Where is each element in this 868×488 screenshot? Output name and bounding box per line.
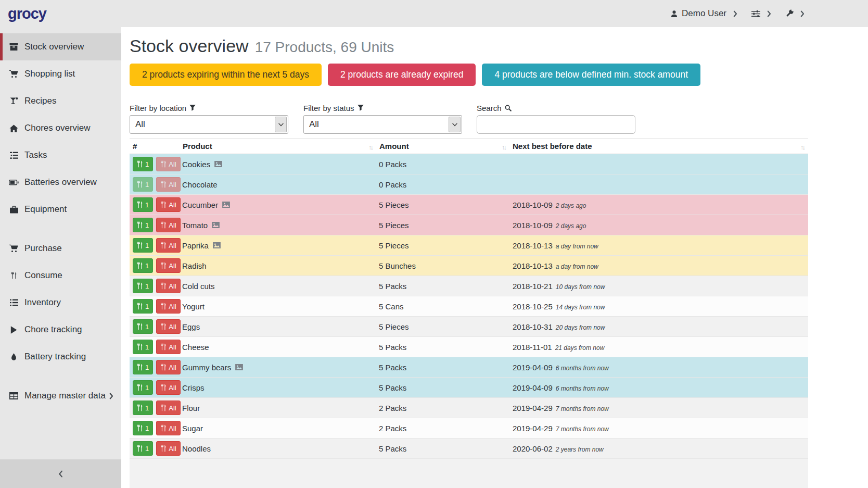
consume-all-button[interactable]: All [156,279,180,293]
sidebar-item-batteries-overview[interactable]: Batteries overview [0,169,121,196]
best-before-date: 2020-06-02 2 years from now [509,444,808,453]
best-before-relative: 2 days ago [556,202,586,209]
consume-one-button[interactable]: 1 [133,421,153,435]
sidebar: Stock overview Shopping list Recipes Cho… [0,27,121,488]
row-actions: 1 All [130,441,180,456]
sidebar-item-chore-tracking[interactable]: Chore tracking [0,316,121,343]
sidebar-item-chores-overview[interactable]: Chores overview [0,115,121,142]
best-before-relative: 7 months from now [556,405,609,412]
column-header-next-best-before-date[interactable]: Next best before date ↑↓ [509,142,808,151]
consume-all-button[interactable]: All [156,421,180,435]
alert-expiring-soon[interactable]: 2 products expiring within the next 5 da… [130,64,322,86]
table-row: 1 All Noodles 5 Packs 2020-06-02 2 years… [130,439,808,459]
best-before-date: 2019-04-29 7 months from now [509,424,808,433]
sort-icon: ↑↓ [368,142,372,151]
sidebar-item-label: Consume [24,270,62,281]
sidebar-collapse-button[interactable] [0,459,121,488]
consume-one-button[interactable]: 1 [133,380,153,395]
sidebar-item-label: Battery tracking [24,352,86,362]
product-image-icon[interactable] [222,202,230,208]
utensils-icon [160,201,167,208]
alert-text: 2 products expiring within the next 5 da… [142,69,309,80]
consume-one-button[interactable]: 1 [133,238,153,253]
product-image-icon[interactable] [235,364,243,370]
consume-all-button[interactable]: All [156,197,180,212]
consume-one-button[interactable]: 1 [133,258,153,273]
sidebar-item-battery-tracking[interactable]: Battery tracking [0,343,121,370]
sidebar-item-inventory[interactable]: Inventory [0,289,121,316]
alert-expired[interactable]: 2 products are already expired [328,64,476,86]
utensils-icon [137,181,143,188]
user-icon [670,10,678,18]
consume-all-button[interactable]: All [156,238,180,253]
consume-all-button[interactable]: All [156,299,180,314]
shopping-cart-icon [8,70,19,78]
sliders-icon [751,9,760,18]
consume-all-button[interactable]: All [156,177,180,192]
product-amount: 5 Bunches [376,261,509,270]
product-image-icon[interactable] [213,242,221,248]
consume-all-button[interactable]: All [156,441,180,456]
location-filter-select[interactable]: All [130,115,288,134]
chevron-right-icon [109,393,113,399]
chevron-right-icon[interactable] [767,10,771,17]
consume-one-button[interactable]: 1 [133,319,153,334]
consume-all-button[interactable]: All [156,360,180,374]
consume-all-button[interactable]: All [156,218,180,232]
page-title: Stock overview [130,34,249,57]
utensils-icon [160,181,167,188]
search-input[interactable] [477,115,635,134]
table-grid-icon [8,392,19,399]
product-image-icon[interactable] [214,161,222,167]
drop-icon [8,353,19,361]
product-image-icon[interactable] [212,222,220,228]
chevron-right-icon[interactable] [800,10,805,17]
sidebar-item-equipment[interactable]: Equipment [0,196,121,223]
consume-one-button[interactable]: 1 [133,401,153,415]
status-filter-select[interactable]: All [303,115,462,134]
consume-all-button[interactable]: All [156,319,180,334]
consume-one-button[interactable]: 1 [133,157,153,171]
consume-all-button[interactable]: All [156,157,180,171]
sidebar-item-recipes[interactable]: Recipes [0,87,121,115]
consume-one-button[interactable]: 1 [133,177,153,192]
chevron-right-icon[interactable] [733,10,737,17]
column-header-amount[interactable]: Amount ↑↓ [376,142,509,151]
sidebar-item-label: Tasks [24,150,47,160]
alert-below-min-stock[interactable]: 4 products are below defined min. stock … [482,64,700,86]
consume-one-button[interactable]: 1 [133,279,153,293]
row-actions: 1 All [130,197,180,212]
table-row: 1 All Yogurt 5 Cans 2018-10-25 14 days f… [130,296,808,317]
main-content: Stock overview 17 Products, 69 Units 2 p… [121,27,868,488]
table-bottom-filler [130,459,808,488]
consume-all-button[interactable]: All [156,258,180,273]
utensils-icon [137,364,143,371]
sidebar-item-label: Purchase [24,243,62,254]
consume-one-button[interactable]: 1 [133,197,153,212]
consume-one-button[interactable]: 1 [133,299,153,314]
settings-menu[interactable] [751,9,760,18]
sidebar-item-consume[interactable]: Consume [0,262,121,289]
admin-menu[interactable] [785,9,794,18]
chevron-left-icon [58,470,63,478]
user-menu[interactable]: Demo User [670,8,726,19]
sidebar-item-purchase[interactable]: Purchase [0,235,121,262]
filter-icon [189,105,196,111]
sidebar-item-tasks[interactable]: Tasks [0,142,121,169]
top-header: grocy Demo User [0,0,868,27]
consume-one-button[interactable]: 1 [133,360,153,374]
sidebar-item-manage-master-data[interactable]: Manage master data [0,382,121,409]
consume-one-button[interactable]: 1 [133,441,153,456]
consume-one-button[interactable]: 1 [133,340,153,354]
consume-one-button[interactable]: 1 [133,218,153,232]
column-header-product[interactable]: Product ↑↓ [180,142,376,151]
consume-all-button[interactable]: All [156,340,180,354]
sidebar-item-shopping-list[interactable]: Shopping list [0,60,121,87]
consume-all-button[interactable]: All [156,401,180,415]
best-before-relative: 7 months from now [556,426,609,433]
sidebar-item-stock-overview[interactable]: Stock overview [0,33,121,60]
utensils-icon [160,242,167,249]
consume-all-button[interactable]: All [156,380,180,395]
app-logo[interactable]: grocy [8,5,46,22]
column-header-index[interactable]: # [130,142,180,151]
